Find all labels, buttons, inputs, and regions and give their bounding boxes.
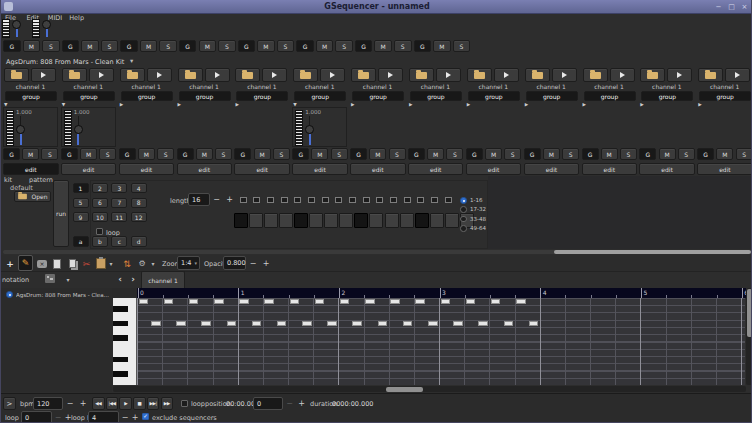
forward-button[interactable]: ▶▶ (161, 397, 174, 410)
line-s-button[interactable]: S (157, 148, 174, 160)
notation-hscrollbar[interactable] (113, 386, 746, 392)
channel-play-button[interactable] (667, 68, 692, 82)
output-g-button[interactable]: G (414, 40, 432, 52)
line-edit-button[interactable]: edit (697, 163, 752, 175)
line-expand-icon[interactable]: ▶ (583, 102, 586, 107)
tools-dropdown-icon[interactable]: ▾ (149, 256, 157, 271)
output-s-button[interactable]: S (218, 40, 236, 52)
run-button[interactable]: run (53, 180, 69, 247)
channel-group-button[interactable]: group (699, 91, 751, 101)
titlebar[interactable]: GSequencer - unnamed − □ × (1, 0, 752, 14)
loop-left-spin-value[interactable]: 0 (21, 411, 52, 423)
channel-open-button[interactable] (409, 68, 434, 82)
clear-tool-button[interactable]: × (35, 256, 49, 271)
pattern-index-10[interactable]: 10 (92, 212, 108, 222)
note[interactable] (176, 321, 186, 326)
line-m-button[interactable]: M (311, 148, 328, 160)
invert-button[interactable]: ⇅ (120, 256, 134, 271)
notation-hscrollbar-thumb[interactable] (386, 387, 423, 392)
note[interactable] (139, 299, 149, 304)
channel-open-button[interactable] (583, 68, 608, 82)
channel-open-button[interactable] (293, 68, 318, 82)
pattern-index-3[interactable]: 3 (111, 183, 127, 193)
channel-group-button[interactable]: group (294, 91, 346, 101)
line-edit-button[interactable]: edit (292, 163, 348, 175)
output-m-button[interactable]: M (23, 40, 41, 52)
output-m-button[interactable]: M (140, 40, 158, 52)
line-s-button[interactable]: S (99, 148, 116, 160)
note[interactable] (453, 321, 463, 326)
black-key[interactable] (113, 357, 128, 363)
length-minus-button[interactable]: − (210, 193, 223, 206)
line-edit-button[interactable]: edit (3, 163, 59, 175)
line-g-button[interactable]: G (524, 148, 541, 160)
line-edit-button[interactable]: edit (234, 163, 290, 175)
note[interactable] (189, 299, 199, 304)
note[interactable] (340, 299, 350, 304)
black-key[interactable] (113, 321, 128, 327)
position-spin-value[interactable]: 0 (253, 397, 283, 410)
line-m-button[interactable]: M (716, 148, 733, 160)
pattern-pad-1[interactable] (234, 213, 248, 228)
line-edit-button[interactable]: edit (639, 163, 695, 175)
channel-play-button[interactable] (262, 68, 287, 82)
channel-open-button[interactable] (120, 68, 145, 82)
output-g-button[interactable]: G (179, 40, 197, 52)
notation-settings-icon[interactable] (45, 274, 55, 283)
zoom-combo[interactable]: 1:4 ▾ (177, 256, 200, 270)
line-g-button[interactable]: G (697, 148, 714, 160)
note[interactable] (491, 299, 501, 304)
channel-group-button[interactable]: group (526, 91, 578, 101)
loop-right-plus-button[interactable]: + (130, 411, 140, 423)
pattern-index-11[interactable]: 11 (111, 212, 127, 222)
line-m-button[interactable]: M (485, 148, 502, 160)
pattern-pad-6[interactable] (309, 213, 323, 228)
note[interactable] (164, 299, 174, 304)
note[interactable] (529, 321, 539, 326)
note[interactable] (516, 299, 526, 304)
output-m-button[interactable]: M (433, 40, 451, 52)
output-s-button[interactable]: S (394, 40, 412, 52)
pattern-pad-13[interactable] (415, 213, 429, 228)
maximize-button[interactable]: □ (726, 1, 737, 12)
menu-help[interactable]: Help (69, 14, 84, 22)
line-g-button[interactable]: G (61, 148, 78, 160)
bpm-spin-value[interactable]: 120 (33, 397, 63, 410)
line-edit-button[interactable]: edit (177, 163, 233, 175)
line-edit-button[interactable]: edit (408, 163, 464, 175)
pattern-pad-5[interactable] (294, 213, 308, 228)
output-m-button[interactable]: M (81, 40, 99, 52)
line-m-button[interactable]: M (80, 148, 97, 160)
channel-play-button[interactable] (205, 68, 230, 82)
pattern-pad-4[interactable] (279, 213, 293, 228)
tools-button[interactable]: ⚙ (135, 256, 149, 271)
channel-group-button[interactable]: group (121, 91, 173, 101)
notation-vscrollbar[interactable] (746, 288, 752, 385)
select-tool-button[interactable] (51, 256, 63, 271)
output-g-button[interactable]: G (62, 40, 80, 52)
note[interactable] (403, 321, 413, 326)
volume-dial[interactable] (42, 20, 51, 29)
pattern-pad-15[interactable] (445, 213, 459, 228)
pattern-pad-7[interactable] (324, 213, 338, 228)
pattern-index-7[interactable]: 7 (111, 198, 127, 208)
channel-play-button[interactable] (610, 68, 635, 82)
note[interactable] (428, 321, 438, 326)
note[interactable] (378, 321, 388, 326)
channel-open-button[interactable] (178, 68, 203, 82)
note[interactable] (302, 321, 312, 326)
position-minus-button[interactable]: − (284, 397, 295, 410)
paste-button[interactable] (94, 256, 108, 271)
channel-open-button[interactable] (698, 68, 723, 82)
line-m-button[interactable]: M (543, 148, 560, 160)
note[interactable] (415, 299, 425, 304)
opacity-spin-value[interactable]: 0.800 (223, 256, 246, 270)
channel-play-button[interactable] (436, 68, 461, 82)
line-m-button[interactable]: M (427, 148, 444, 160)
line-edit-button[interactable]: edit (119, 163, 175, 175)
channel-group-button[interactable]: group (410, 91, 462, 101)
open-button[interactable]: Open (14, 191, 51, 202)
channel-open-button[interactable] (235, 68, 260, 82)
pattern-loop-checkbox[interactable] (96, 228, 103, 235)
previous-button[interactable]: |◀◀ (106, 397, 119, 410)
